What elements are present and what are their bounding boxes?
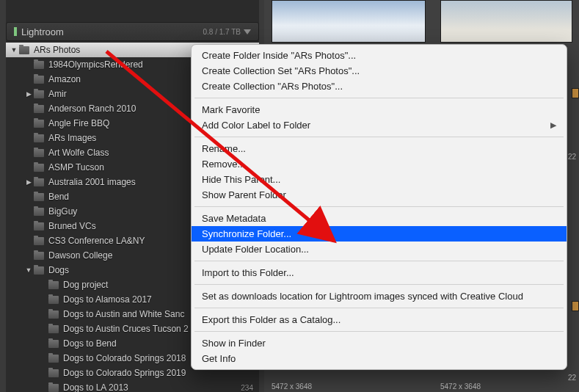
folder-label: Dawson College [48, 250, 112, 261]
menu-item-label: Remove... [202, 159, 245, 170]
menu-separator [194, 331, 564, 332]
folder-label: CS3 Conference LA&NY [48, 236, 145, 246]
folder-icon [48, 384, 59, 392]
folder-icon [34, 120, 44, 128]
folder-icon [48, 369, 59, 377]
volume-status-icon [14, 27, 17, 36]
folder-icon [48, 296, 59, 304]
folder-label: Australia 2001 images [48, 177, 136, 187]
chevron-down-icon[interactable] [244, 29, 251, 35]
pick-flag-icon [572, 301, 579, 311]
menu-item[interactable]: Export this Folder as a Catalog... [192, 312, 567, 327]
folder-label: Dogs to Colorado Springs 2019 [63, 368, 186, 378]
folder-icon [48, 355, 59, 363]
thumbnail[interactable] [272, 0, 426, 43]
menu-item-label: Rename... [202, 143, 246, 154]
folder-icon [34, 178, 44, 186]
menu-item[interactable]: Mark Favorite [192, 102, 567, 117]
disclosure-down-icon[interactable]: ▼ [25, 266, 32, 274]
folder-label: 1984OlympicsRendered [48, 59, 143, 70]
folder-label: Angle Fire BBQ [48, 118, 109, 128]
menu-item-label: Synchronize Folder... [202, 228, 291, 239]
menu-separator [194, 206, 564, 207]
disclosure-down-icon[interactable]: ▼ [10, 46, 18, 54]
folder-label: Dogs to Colorado Springs 2018 [63, 353, 186, 363]
menu-item-label: Create Collection Set "ARs Photos"... [202, 65, 360, 76]
folder-icon [34, 193, 44, 201]
folder-label: ARs Photos [34, 45, 80, 55]
menu-item[interactable]: Show Parent Folder [192, 187, 567, 203]
folder-label: Dogs to LA 2013 [63, 382, 128, 392]
menu-item-label: Export this Folder as a Catalog... [202, 314, 341, 325]
menu-item[interactable]: Create Collection Set "ARs Photos"... [192, 63, 567, 79]
menu-separator [194, 284, 564, 285]
folder-count: 234 [241, 384, 253, 392]
menu-item[interactable]: Create Collection "ARs Photos"... [192, 79, 567, 94]
folder-icon [34, 134, 44, 142]
folder-label: Dogs [48, 265, 69, 275]
image-dimensions: 5472 x 3648 [272, 382, 312, 391]
menu-item[interactable]: Save Metadata [192, 211, 567, 226]
volume-header[interactable]: Lightroom 0.8 / 1.7 TB [6, 22, 259, 41]
menu-item-label: Show in Finder [202, 338, 266, 349]
menu-item[interactable]: Get Info [192, 351, 567, 366]
folder-label: Anderson Ranch 2010 [48, 104, 136, 114]
menu-item[interactable]: Import to this Folder... [192, 265, 567, 280]
menu-item[interactable]: Remove... [192, 156, 567, 172]
folder-icon [34, 61, 44, 69]
folder-icon [34, 237, 44, 245]
chevron-right-icon: ▶ [550, 120, 556, 130]
menu-item[interactable]: Show in Finder [192, 335, 567, 351]
folder-label: Dog project [63, 280, 108, 290]
folder-row[interactable]: Dogs to LA 2013234 [6, 380, 259, 392]
disclosure-right-icon[interactable]: ▶ [25, 178, 32, 186]
folder-label: ARs Images [48, 133, 96, 143]
image-dimensions: 5472 x 3648 [440, 382, 481, 391]
volume-storage: 0.8 / 1.7 TB [203, 28, 241, 36]
folder-label: Amazon [48, 74, 81, 84]
menu-item-label: Create Folder Inside "ARs Photos"... [202, 50, 356, 61]
folder-icon [48, 311, 59, 319]
menu-item[interactable]: Create Folder Inside "ARs Photos"... [192, 48, 567, 63]
folder-icon [34, 76, 44, 84]
badge-number: 22 [568, 374, 576, 382]
menu-separator [194, 137, 564, 137]
menu-item-label: Mark Favorite [202, 104, 260, 115]
folder-label: Bruned VCs [48, 221, 96, 231]
menu-item-label: Save Metadata [202, 213, 266, 224]
menu-item-label: Add Color Label to Folder [202, 120, 310, 131]
menu-item[interactable]: Rename... [192, 141, 567, 156]
folder-icon [48, 281, 59, 289]
folder-label: Dogs to Austin Cruces Tucson 2 [63, 324, 189, 334]
menu-item[interactable]: Add Color Label to Folder▶ [192, 117, 567, 133]
folder-label: Bend [48, 192, 69, 202]
folder-icon [34, 208, 44, 216]
volume-name: Lightroom [21, 26, 64, 37]
menu-item-label: Set as downloads location for Lightroom … [202, 291, 523, 302]
thumbnail[interactable] [440, 0, 572, 43]
pick-flag-icon [572, 88, 579, 98]
folder-label: Dogs to Alamosa 2017 [63, 294, 152, 305]
menu-item[interactable]: Set as downloads location for Lightroom … [192, 288, 567, 304]
folder-context-menu[interactable]: Create Folder Inside "ARs Photos"...Crea… [191, 44, 567, 370]
folder-icon [19, 46, 29, 54]
folder-icon [34, 266, 44, 275]
menu-item-label: Hide This Parent... [202, 174, 280, 185]
menu-separator [194, 98, 564, 98]
menu-item[interactable]: Hide This Parent... [192, 172, 567, 187]
badge-number: 22 [568, 153, 576, 161]
folder-label: Art Wolfe Class [48, 148, 109, 158]
disclosure-right-icon[interactable]: ▶ [25, 90, 32, 98]
folder-icon [34, 252, 44, 260]
folder-label: Amir [48, 89, 67, 99]
menu-item[interactable]: Update Folder Location... [192, 242, 567, 257]
folder-label: Dogs to Austin and White Sanc [63, 309, 184, 319]
menu-item-label: Update Folder Location... [202, 244, 309, 255]
folder-label: ASMP Tucson [48, 162, 104, 173]
menu-item-label: Show Parent Folder [202, 189, 286, 200]
menu-separator [194, 308, 564, 308]
folder-label: BigGuy [48, 206, 77, 217]
menu-item-label: Import to this Folder... [202, 267, 294, 278]
folder-icon [34, 149, 44, 157]
menu-item[interactable]: Synchronize Folder... [192, 226, 567, 242]
